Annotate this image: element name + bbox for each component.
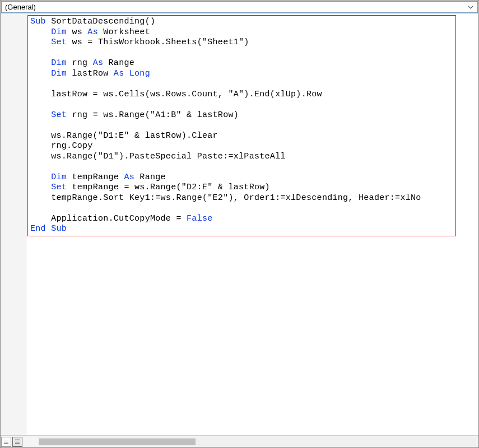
code-line: [30, 162, 453, 172]
code-line: tempRange.Sort Key1:=ws.Range("E2"), Ord…: [30, 193, 453, 204]
keyword-token: Dim: [51, 172, 67, 182]
text-token: ws = ThisWorkbook.Sheets("Sheet1"): [67, 38, 249, 47]
code-line: rng.Copy: [30, 141, 453, 152]
text-token: tempRange: [67, 172, 124, 182]
text-token: [124, 69, 129, 78]
keyword-token: Sub: [30, 17, 46, 26]
code-line: [30, 120, 453, 131]
svg-rect-0: [4, 441, 8, 441]
code-line: [30, 48, 453, 59]
code-line: [30, 79, 453, 90]
text-token: tempRange.Sort Key1:=ws.Range("E2"), Ord…: [30, 193, 421, 203]
code-line: Set ws = ThisWorkbook.Sheets("Sheet1"): [30, 38, 453, 48]
text-token: SortDataDescending(): [46, 17, 155, 26]
keyword-token: Set: [51, 38, 67, 47]
text-token: rng = ws.Range("A1:B" & lastRow): [67, 110, 239, 120]
keyword-token: As: [124, 172, 134, 182]
text-token: lastRow: [67, 69, 114, 78]
keyword-token: Set: [51, 110, 67, 120]
vba-editor-window: (General) Sub SortDataDescending() Dim w…: [0, 0, 479, 448]
code-line: Dim lastRow As Long: [30, 69, 453, 80]
svg-rect-1: [4, 442, 8, 442]
keyword-token: As: [93, 58, 104, 68]
keyword-token: Dim: [51, 58, 67, 68]
text-token: [30, 58, 51, 68]
text-token: lastRow = ws.Cells(ws.Rows.Count, "A").E…: [30, 90, 322, 99]
code-line: [30, 203, 453, 214]
keyword-token: End Sub: [30, 224, 67, 234]
code-line: Set tempRange = ws.Range("D2:E" & lastRo…: [30, 183, 453, 193]
keyword-token: Dim: [51, 69, 67, 78]
text-token: tempRange = ws.Range("D2:E" & lastRow): [67, 183, 270, 192]
code-text[interactable]: Sub SortDataDescending() Dim ws As Works…: [27, 15, 456, 236]
code-line: End Sub: [30, 224, 453, 235]
procedure-view-button[interactable]: [1, 437, 11, 447]
object-dropdown[interactable]: (General): [1, 1, 478, 13]
object-dropdown-label: (General): [5, 3, 36, 11]
text-token: [30, 110, 51, 120]
code-line: Dim ws As Worksheet: [30, 27, 453, 38]
code-line: lastRow = ws.Cells(ws.Rows.Count, "A").E…: [30, 90, 453, 100]
text-token: [30, 172, 51, 182]
margin-indicator-bar: [1, 14, 26, 435]
text-token: Worksheet: [98, 27, 150, 37]
text-token: [30, 27, 51, 37]
text-token: rng: [67, 58, 93, 68]
text-token: ws.Range("D1").PasteSpecial Paste:=xlPas…: [30, 152, 286, 161]
text-token: [30, 69, 51, 78]
horizontal-scrollbar-thumb[interactable]: [39, 438, 196, 445]
keyword-token: Set: [51, 183, 67, 192]
code-line: Dim rng As Range: [30, 58, 453, 69]
horizontal-scrollbar[interactable]: [39, 437, 476, 446]
svg-rect-6: [15, 443, 20, 444]
code-line: Application.CutCopyMode = False: [30, 214, 453, 225]
text-token: [30, 183, 51, 192]
svg-rect-2: [4, 443, 8, 444]
keyword-token: As: [87, 27, 98, 37]
chevron-down-icon: [466, 3, 475, 12]
main-area: Sub SortDataDescending() Dim ws As Works…: [1, 14, 478, 435]
code-editor[interactable]: Sub SortDataDescending() Dim ws As Works…: [26, 14, 478, 435]
text-token: Application.CutCopyMode =: [30, 214, 187, 223]
keyword-token: As: [114, 69, 124, 78]
code-line: Dim tempRange As Range: [30, 172, 453, 183]
code-line: Set rng = ws.Range("A1:B" & lastRow): [30, 110, 453, 121]
text-token: Range: [103, 58, 134, 68]
bottom-bar: [1, 435, 478, 447]
code-line: Sub SortDataDescending(): [30, 17, 453, 27]
code-line: ws.Range("D1:E" & lastRow).Clear: [30, 131, 453, 142]
keyword-token: Long: [129, 69, 150, 78]
keyword-token: Dim: [51, 27, 67, 37]
text-token: ws: [67, 27, 87, 37]
text-token: ws.Range("D1:E" & lastRow).Clear: [30, 131, 218, 141]
code-line: ws.Range("D1").PasteSpecial Paste:=xlPas…: [30, 152, 453, 162]
dropdown-bar: (General): [1, 1, 478, 14]
svg-rect-5: [15, 442, 20, 442]
svg-rect-3: [15, 440, 20, 440]
text-token: Range: [134, 172, 166, 182]
text-token: rng.Copy: [30, 141, 93, 151]
svg-rect-4: [15, 441, 20, 441]
full-module-view-button[interactable]: [12, 437, 22, 447]
code-line: [30, 100, 453, 110]
keyword-token: False: [187, 214, 213, 223]
text-token: [30, 38, 51, 47]
